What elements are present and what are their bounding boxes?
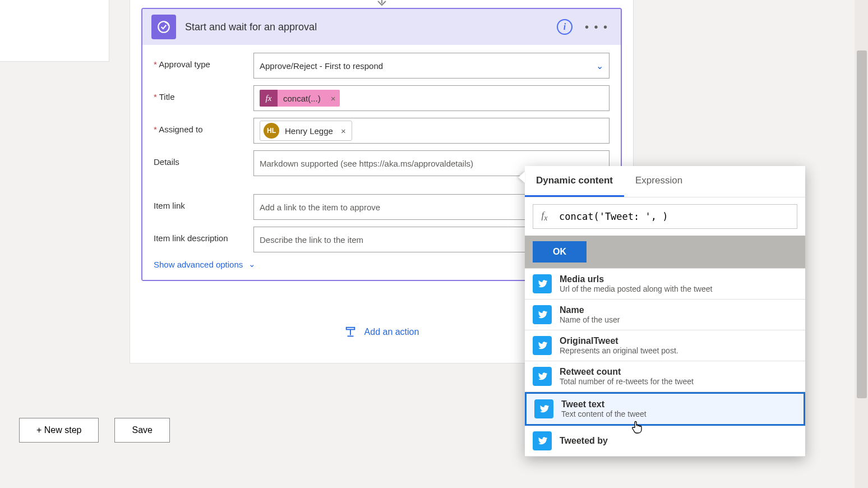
dynamic-item-title: OriginalTweet <box>560 336 678 346</box>
dynamic-item-title: Name <box>560 305 620 315</box>
chevron-down-icon: ⌄ <box>248 259 256 269</box>
item-link-desc-placeholder: Describe the link to the item <box>260 235 363 245</box>
details-placeholder: Markdown supported (see https://aka.ms/a… <box>260 159 473 168</box>
twitter-icon <box>533 367 552 386</box>
avatar: HL <box>264 123 279 139</box>
tab-expression[interactable]: Expression <box>624 166 694 197</box>
action-card-header[interactable]: Start and wait for an approval i • • • <box>142 9 621 45</box>
dynamic-item[interactable]: Retweet countTotal number of re-tweets f… <box>525 361 805 392</box>
twitter-icon <box>533 305 552 324</box>
left-panel-stub <box>0 0 109 62</box>
details-label: Details <box>154 150 253 167</box>
remove-token-icon[interactable]: × <box>326 94 340 103</box>
person-chip[interactable]: HL Henry Legge × <box>260 121 352 141</box>
dynamic-item-title: Tweet text <box>561 399 647 409</box>
dynamic-item-desc: Url of the media posted along with the t… <box>560 284 712 293</box>
fx-icon: fx <box>533 210 556 223</box>
connector-arrow <box>130 0 633 4</box>
show-advanced-label: Show advanced options <box>154 260 243 269</box>
person-name: Henry Legge <box>285 126 333 136</box>
dynamic-item[interactable]: NameName of the user <box>525 300 805 330</box>
dynamic-item-desc: Total number of re-tweets for the tweet <box>560 377 694 386</box>
dynamic-item[interactable]: Tweeted by <box>525 426 805 457</box>
dynamic-item[interactable]: Media urlsUrl of the media posted along … <box>525 269 805 300</box>
show-advanced-toggle[interactable]: Show advanced options ⌄ <box>154 259 256 269</box>
expression-token-text: concat(...) <box>278 91 326 105</box>
item-link-label: Item link <box>154 194 253 210</box>
title-field[interactable]: fx concat(...) × <box>253 85 610 111</box>
assigned-to-field[interactable]: HL Henry Legge × <box>253 118 610 144</box>
tab-dynamic-content[interactable]: Dynamic content <box>525 166 624 197</box>
info-icon[interactable]: i <box>557 19 572 35</box>
action-card-title: Start and wait for an approval <box>185 21 557 33</box>
scrollbar-track[interactable] <box>855 0 868 488</box>
dynamic-item-title: Tweeted by <box>560 436 608 446</box>
item-link-desc-label: Item link description <box>154 227 253 243</box>
footer-buttons: + New step Save <box>19 418 170 443</box>
expression-input[interactable] <box>556 206 797 227</box>
add-action-icon <box>344 326 357 338</box>
approval-type-value: Approve/Reject - First to respond <box>260 61 383 71</box>
add-action-button[interactable]: Add an action <box>344 326 419 338</box>
popover-arrow <box>518 172 525 183</box>
popover-tabs: Dynamic content Expression <box>525 166 805 197</box>
dynamic-item[interactable]: OriginalTweetRepresents an original twee… <box>525 330 805 361</box>
dynamic-item-title: Retweet count <box>560 367 694 377</box>
dynamic-content-list: Media urlsUrl of the media posted along … <box>525 268 805 457</box>
expression-token[interactable]: fx concat(...) × <box>260 90 340 107</box>
more-menu-icon[interactable]: • • • <box>581 21 612 34</box>
add-action-label: Add an action <box>364 327 419 337</box>
dynamic-item-desc: Name of the user <box>560 315 620 324</box>
twitter-icon <box>533 336 552 355</box>
dynamic-item-desc: Text content of the tweet <box>561 409 647 418</box>
save-button[interactable]: Save <box>114 418 169 443</box>
scrollbar-thumb[interactable] <box>857 50 867 398</box>
svg-rect-1 <box>346 327 354 329</box>
twitter-icon <box>534 399 553 418</box>
item-link-placeholder: Add a link to the item to approve <box>260 202 380 212</box>
twitter-icon <box>533 431 552 450</box>
approval-type-select[interactable]: Approve/Reject - First to respond ⌄ <box>253 53 610 79</box>
fx-icon: fx <box>260 90 278 107</box>
dynamic-content-popover: Dynamic content Expression fx OK Media u… <box>525 166 805 457</box>
approval-icon <box>151 15 176 39</box>
approval-type-label: Approval type <box>154 53 253 69</box>
dynamic-item-title: Media urls <box>560 274 712 284</box>
twitter-icon <box>533 274 552 293</box>
chevron-down-icon: ⌄ <box>596 61 603 71</box>
new-step-button[interactable]: + New step <box>19 418 99 443</box>
dynamic-item[interactable]: Tweet textText content of the tweet <box>525 392 805 426</box>
assigned-to-label: Assigned to <box>154 118 253 134</box>
dynamic-item-desc: Represents an original tweet post. <box>560 346 678 355</box>
remove-person-icon[interactable]: × <box>339 126 348 136</box>
expression-bar: fx <box>533 204 797 229</box>
title-label: Title <box>154 85 253 102</box>
ok-button[interactable]: OK <box>533 241 587 263</box>
